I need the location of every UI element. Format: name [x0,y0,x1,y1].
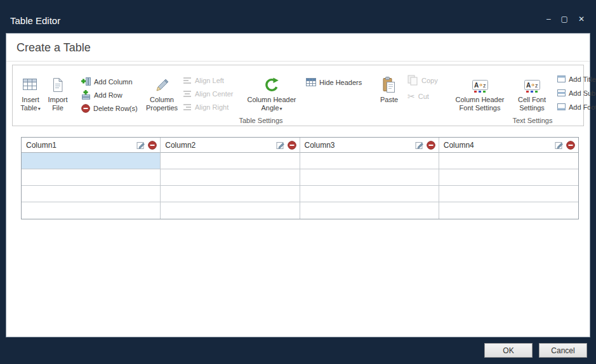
table-cell[interactable] [22,169,161,186]
title-actions: Add Title Add Sub Title [557,68,596,112]
add-sub-title-label: Add Sub Title [569,89,596,97]
align-center-label: Align Center [195,90,234,98]
table-row [22,169,578,186]
table-cell[interactable] [300,153,439,169]
delete-column-icon[interactable] [566,141,575,150]
paste-label: Paste [380,96,398,104]
copy-button[interactable]: Copy [407,75,443,85]
column-header[interactable]: Column4 [439,138,578,153]
column-header[interactable]: Column1 [22,138,161,153]
add-column-button[interactable]: Add Column [81,77,142,86]
edit-column-icon[interactable] [555,141,564,150]
delete-column-icon[interactable] [148,141,157,150]
cut-label: Cut [418,93,429,100]
insert-table-button[interactable]: Insert Table▾ [17,68,44,113]
table-cell[interactable] [439,169,578,186]
column-header[interactable]: Column3 [300,138,439,153]
table-cell[interactable] [22,202,161,219]
delete-rows-icon [81,104,90,113]
minimize-button[interactable]: – [546,14,551,24]
copy-icon [407,75,418,86]
column-header-font-settings-button[interactable]: A z Column Header Font Settings [451,68,509,112]
delete-rows-button[interactable]: Delete Row(s) [81,103,142,113]
delete-column-icon[interactable] [427,141,435,150]
add-footer-button[interactable]: Add Footer [557,102,596,112]
close-button[interactable]: ✕ [578,14,585,24]
table-cell[interactable] [439,153,578,169]
table-row [22,153,578,169]
svg-text:A: A [526,82,531,89]
window-controls: – ▢ ✕ [546,14,585,24]
align-left-label: Align Left [195,77,224,84]
cell-font-settings-icon: A z [524,73,540,93]
table-cell[interactable] [161,169,300,186]
cell-font-settings-button[interactable]: A z Cell Font Settings [512,68,552,112]
table-cell[interactable] [161,202,300,219]
column-header-angle-button[interactable]: Column Header Angle▾ [244,68,300,113]
ok-button[interactable]: OK [484,343,533,358]
add-column-icon [81,77,91,86]
column-header-label: Column3 [305,141,413,150]
table-cell[interactable] [300,202,439,219]
hide-headers-button[interactable]: Hide Headers [306,68,369,86]
window-title: Table Editor [10,15,60,26]
table-row [22,202,578,219]
align-right-button[interactable]: Align Right [183,102,240,112]
paste-button[interactable]: Paste [374,68,404,104]
delete-column-icon[interactable] [288,141,296,150]
hide-headers-label: Hide Headers [319,79,362,86]
table-row [22,186,578,202]
svg-text:A: A [474,82,479,89]
table-cell-selected[interactable] [22,153,161,169]
table-cell[interactable] [22,186,161,202]
add-row-button[interactable]: Add Row [81,90,142,100]
row-column-actions: Add Column Add Row [81,68,142,113]
add-row-label: Add Row [94,91,123,99]
paste-icon [383,73,395,93]
maximize-button[interactable]: ▢ [561,14,568,24]
cut-icon: ✂ [407,92,415,101]
alignment-actions: Align Left Align Center [183,68,240,112]
add-sub-title-icon [557,89,566,97]
column-properties-button[interactable]: Column Properties [145,68,179,112]
column-header-font-settings-icon: A z [472,73,488,93]
add-column-label: Add Column [94,78,133,86]
ribbon-group-table-settings: Add Column Add Row [75,65,447,126]
insert-table-caret: ▾ [38,106,41,112]
ribbon-toolbar: Insert Table▾ Import File [12,65,584,126]
svg-text:z: z [483,82,486,89]
table-cell[interactable] [300,186,439,202]
align-center-icon [183,90,192,98]
align-left-icon [183,77,192,84]
copy-label: Copy [421,77,438,84]
import-file-button[interactable]: Import File [44,68,71,112]
cut-button[interactable]: ✂ Cut [407,91,443,101]
edit-column-icon[interactable] [136,141,145,150]
column-properties-icon [154,73,170,93]
text-settings-group-label: Text Settings [447,117,596,124]
edit-column-icon[interactable] [415,141,424,150]
page-title: Create a Table [17,41,91,55]
column-header-label: Column1 [26,141,134,150]
align-right-icon [183,103,192,111]
cancel-button[interactable]: Cancel [539,343,587,358]
column-header-angle-icon [263,73,280,93]
insert-table-icon [22,73,39,93]
ribbon-group-text-settings: A z Column Header Font Settings [447,65,596,126]
table-cell[interactable] [439,202,578,219]
edit-column-icon[interactable] [276,141,285,150]
column-header[interactable]: Column2 [161,138,300,153]
add-sub-title-button[interactable]: Add Sub Title [557,88,596,98]
table-cell[interactable] [439,186,578,202]
table-editor-grid: Column1 Column2 Column3 Column4 [21,137,579,219]
add-title-button[interactable]: Add Title [557,74,596,84]
table-cell[interactable] [161,153,300,169]
table-header-row: Column1 Column2 Column3 Column4 [22,138,578,153]
insert-table-label: Insert Table [20,96,39,112]
align-center-button[interactable]: Align Center [183,89,240,98]
table-settings-group-label: Table Settings [75,117,447,124]
table-cell[interactable] [161,186,300,202]
align-left-button[interactable]: Align Left [183,75,240,85]
table-cell[interactable] [300,169,439,186]
delete-rows-label: Delete Row(s) [93,105,138,112]
